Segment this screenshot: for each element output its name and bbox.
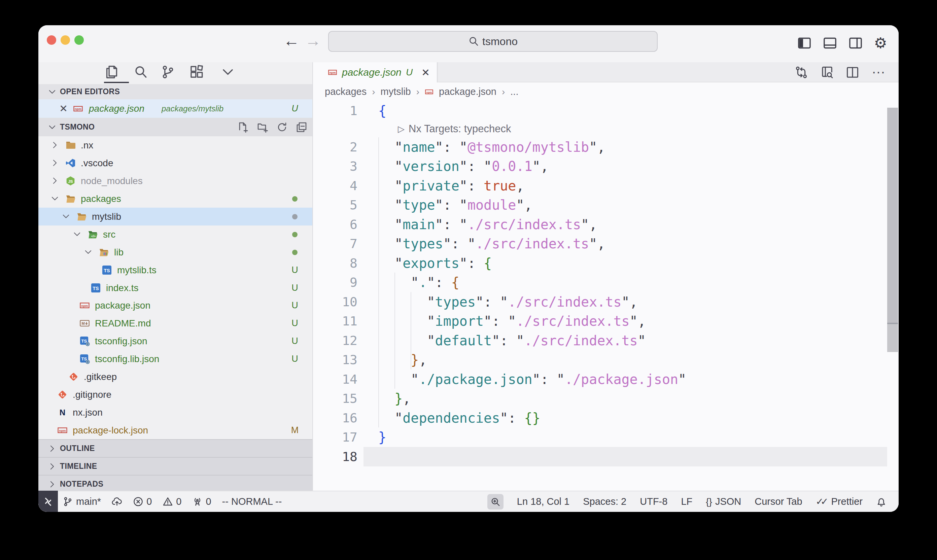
status-prettier[interactable]: ✓✓Prettier [816, 496, 863, 507]
line-number: 8 [313, 254, 357, 273]
status-utf-8[interactable]: UTF-8 [640, 496, 668, 507]
status-0[interactable]: 0 [192, 496, 211, 507]
status-cloud-upload[interactable] [112, 496, 122, 507]
chevron-down-icon[interactable] [73, 230, 82, 238]
svg-text:JS: JS [68, 179, 73, 183]
remote-indicator[interactable] [38, 491, 58, 512]
traffic-maximize-button[interactable] [74, 35, 84, 45]
tree-item-src[interactable]: </>src [38, 226, 312, 243]
traffic-close-button[interactable] [47, 35, 56, 45]
tree-item-package-json[interactable]: npmpackage.jsonU [38, 297, 312, 314]
split-editor-icon[interactable] [846, 66, 859, 79]
breadcrumb-item[interactable]: mytslib [380, 86, 411, 97]
bell-icon [876, 496, 886, 507]
git-icon [68, 372, 79, 382]
more-actions-icon[interactable]: ··· [872, 66, 885, 79]
tree-item-label: .nx [81, 136, 93, 154]
open-editor-path: packages/mytslib [162, 104, 223, 114]
tree-item-readme-md[interactable]: MREADME.mdU [38, 314, 312, 332]
nx-icon: N [57, 407, 68, 418]
compare-changes-icon[interactable] [795, 66, 808, 79]
codelens-nx-targets[interactable]: ▷Nx Targets: typecheck [398, 120, 511, 137]
history-forward-button[interactable]: → [305, 31, 321, 50]
source-control-icon[interactable] [161, 65, 175, 79]
collapse-all-icon[interactable] [296, 122, 307, 132]
more-views-chevron-icon[interactable] [221, 65, 235, 79]
status-json[interactable]: {}JSON [706, 496, 741, 507]
tree-item-mytslib-ts[interactable]: TSmytslib.tsU [38, 261, 312, 279]
command-center-search[interactable]: tsmono [328, 31, 658, 52]
new-folder-icon[interactable] [257, 122, 268, 132]
open-editors-header[interactable]: OPEN EDITORS [38, 84, 312, 99]
toggle-panel-icon[interactable] [823, 36, 837, 50]
section-timeline[interactable]: TIMELINE [38, 457, 312, 475]
tree-item--gitignore[interactable]: .gitignore [38, 386, 312, 403]
new-file-icon[interactable] [238, 122, 248, 132]
extensions-icon[interactable] [190, 65, 204, 79]
tree-item-package-lock-json[interactable]: npmpackage-lock.jsonM [38, 422, 312, 439]
tree-item--gitkeep[interactable]: .gitkeep [38, 368, 312, 386]
tree-item-mytslib[interactable]: mytslib [38, 208, 312, 226]
tree-item-index-ts[interactable]: TSindex.tsU [38, 279, 312, 297]
tree-item-packages[interactable]: packages [38, 190, 312, 208]
line-content: "import": "./src/index.ts", [378, 311, 646, 331]
close-icon[interactable]: ✕ [59, 103, 68, 114]
open-preview-icon[interactable] [820, 66, 833, 79]
code-editor[interactable]: ▷Nx Targets: typecheck1{2 "name": "@tsmo… [313, 101, 899, 491]
tab-package-json[interactable]: npm package.json U ✕ [313, 62, 437, 82]
svg-text:npm: npm [81, 304, 88, 308]
tree-item--nx[interactable]: .nx [38, 136, 312, 154]
status-0[interactable]: 0 [163, 496, 182, 507]
breadcrumb: packages›mytslib›npmpackage.json›... [313, 82, 899, 101]
breadcrumb-item[interactable]: packages [325, 86, 366, 97]
chevron-down-icon[interactable] [84, 248, 92, 257]
history-back-button[interactable]: ← [283, 31, 300, 50]
status-cursor-tab[interactable]: Cursor Tab [755, 496, 802, 507]
tree-item-node-modules[interactable]: JSnode_modules [38, 172, 312, 190]
tree-item--vscode[interactable]: .vscode [38, 154, 312, 172]
status-main-[interactable]: main* [63, 496, 101, 507]
explorer-icon[interactable] [105, 65, 119, 79]
tab-close-icon[interactable]: ✕ [422, 67, 430, 78]
tree-item-tsconfig-lib-json[interactable]: TStsconfig.lib.jsonU [38, 350, 312, 368]
section-outline[interactable]: OUTLINE [38, 439, 312, 457]
workspace-header[interactable]: TSMONO [38, 118, 312, 136]
code-line-10: 10 "types": "./src/index.ts", [313, 292, 899, 312]
toggle-secondary-sidebar-icon[interactable] [848, 36, 863, 50]
tree-item-tsconfig-json[interactable]: TStsconfig.jsonU [38, 332, 312, 350]
status-0[interactable]: 0 [133, 496, 152, 507]
status-spaces-2[interactable]: Spaces: 2 [583, 496, 626, 507]
svg-text:npm: npm [59, 429, 66, 432]
status-label: Spaces: 2 [583, 496, 626, 507]
chevron-down-icon[interactable] [62, 212, 70, 221]
active-view-indicator [104, 82, 129, 83]
settings-gear-icon[interactable]: ⚙ [874, 36, 887, 50]
ts-icon: TS [91, 283, 101, 293]
refresh-icon[interactable] [277, 122, 288, 132]
svg-text:npm: npm [426, 91, 432, 94]
git-status-badge: U [288, 350, 302, 368]
breadcrumb-item[interactable]: ... [510, 86, 518, 97]
tree-item-lib[interactable]: lib [38, 243, 312, 261]
activity-bar [38, 62, 312, 84]
tree-item-nx-json[interactable]: Nnx.json [38, 403, 312, 422]
open-editor-item[interactable]: ✕ npm package.json packages/mytslib U [38, 99, 312, 118]
chevron-right-icon[interactable] [51, 141, 59, 149]
section-notepads[interactable]: NOTEPADS [38, 475, 312, 493]
status-bell[interactable] [876, 496, 886, 507]
chevron-down-icon[interactable] [51, 194, 59, 203]
breadcrumb-item[interactable]: package.json [439, 86, 497, 97]
traffic-minimize-button[interactable] [61, 35, 70, 45]
toggle-primary-sidebar-icon[interactable] [797, 36, 811, 50]
search-view-icon[interactable] [134, 65, 148, 79]
line-number: 3 [313, 157, 357, 176]
folder-open-icon [65, 194, 76, 204]
chevron-right-icon[interactable] [51, 176, 59, 185]
status-lf[interactable]: LF [681, 496, 692, 507]
line-number: 18 [313, 447, 357, 466]
chevron-right-icon[interactable] [51, 158, 59, 167]
folder-src-icon: </> [88, 229, 98, 240]
status-zoom-box[interactable] [487, 494, 503, 509]
status--normal-[interactable]: -- NORMAL -- [222, 496, 282, 507]
status-ln-18-col-1[interactable]: Ln 18, Col 1 [517, 496, 569, 507]
